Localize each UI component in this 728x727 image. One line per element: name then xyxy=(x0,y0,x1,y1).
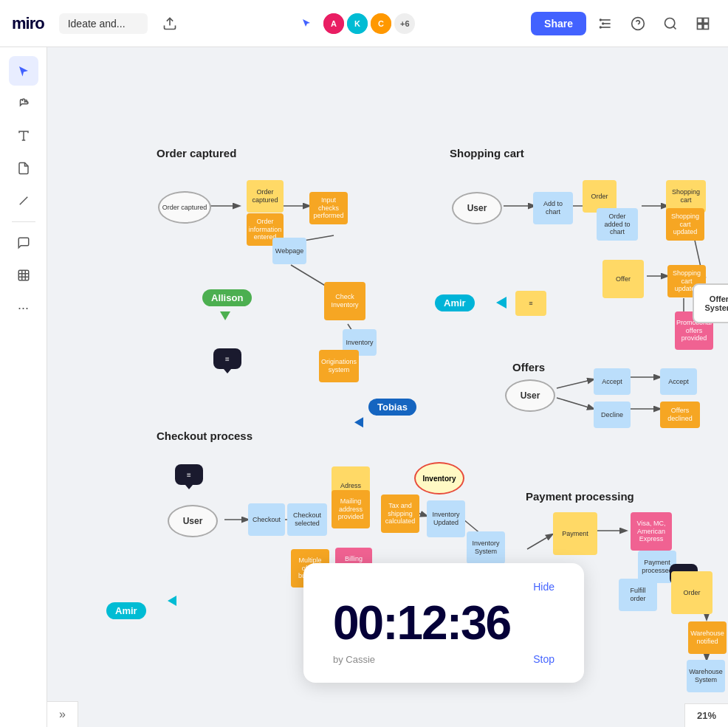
hand-tool[interactable] xyxy=(9,89,38,118)
svg-point-11 xyxy=(602,22,604,24)
node-sc-add-to-chart[interactable]: Add to chart xyxy=(533,192,573,224)
node-ch-tax[interactable]: Tax and shipping calculated xyxy=(381,495,419,533)
node-ch-inv-system-label: Inventory System xyxy=(470,540,502,556)
share-button[interactable]: Share xyxy=(531,12,586,35)
timer-stop-button[interactable]: Stop xyxy=(533,653,554,665)
cursor-tool[interactable] xyxy=(9,56,38,86)
comment-checkout[interactable]: ≡ xyxy=(175,464,203,485)
svg-point-15 xyxy=(665,18,674,27)
node-of-declined-label: Offers declined xyxy=(663,407,697,423)
node-ch-address-label: Adress xyxy=(340,482,361,490)
svg-line-50 xyxy=(527,534,552,549)
svg-line-41 xyxy=(557,379,594,388)
node-ch-checkout-selected[interactable]: Checkout selected xyxy=(287,503,327,536)
collaborators: A K C +6 xyxy=(297,12,416,35)
more-tool[interactable]: ··· xyxy=(9,293,38,323)
menu-button[interactable] xyxy=(690,10,716,37)
settings-button[interactable] xyxy=(592,10,619,37)
node-oc-webpage[interactable]: Webpage xyxy=(272,238,306,264)
chat-tool[interactable] xyxy=(9,228,38,258)
avatar-2[interactable]: K xyxy=(346,12,369,35)
search-button[interactable] xyxy=(657,10,684,37)
node-ch-inv-updated-label: Inventory Updated xyxy=(430,511,462,527)
node-of-accept-label: Accept xyxy=(602,378,622,386)
node-oc-check-inventory-label: Check Inventory xyxy=(327,293,363,309)
node-pp-order-label: Order xyxy=(683,589,700,597)
toolbar-divider xyxy=(12,221,35,222)
node-oc-inventory-label: Inventory xyxy=(346,339,373,347)
node-pp-warehouse-system[interactable]: Warehouse System xyxy=(687,660,725,692)
cursor-allison: Allison xyxy=(202,289,252,306)
node-oc-order-captured-label: Order captured xyxy=(250,188,281,204)
node-of-decline[interactable]: Decline xyxy=(594,402,631,428)
node-ch-user-label: User xyxy=(183,516,203,526)
node-ch-inventory-oval[interactable]: Inventory xyxy=(414,462,464,495)
node-ch-user[interactable]: User xyxy=(168,505,218,537)
text-tool[interactable] xyxy=(9,121,38,151)
node-pp-fulfill[interactable]: Fulfill order xyxy=(619,579,657,611)
avatar-more[interactable]: +6 xyxy=(393,12,416,35)
node-amir-sticky[interactable]: ≡ xyxy=(515,291,546,316)
node-sc-updated-label: Shopping cart updated xyxy=(669,213,701,236)
node-ch-tax-label: Tax and shipping calculated xyxy=(384,502,416,526)
node-sc-offer-system[interactable]: Offer System xyxy=(693,283,728,323)
avatar-1[interactable]: A xyxy=(322,12,346,35)
node-ch-checkout-selected-label: Checkout selected xyxy=(290,511,324,528)
node-oc-originations[interactable]: Originations system xyxy=(319,350,359,382)
amir-cursor-arrow xyxy=(496,297,506,309)
board-name[interactable]: Ideate and... xyxy=(59,13,148,34)
node-oc-input-checks[interactable]: Input checks performed xyxy=(309,192,348,224)
expand-button[interactable]: » xyxy=(47,701,78,727)
node-of-decline-label: Decline xyxy=(601,411,623,419)
node-sc-updated[interactable]: Shopping cart updated xyxy=(666,208,704,241)
tobias-cursor-arrow xyxy=(354,417,368,430)
node-pp-order[interactable]: Order xyxy=(671,571,712,614)
node-ch-inv-system[interactable]: Inventory System xyxy=(467,531,505,564)
line-tool[interactable] xyxy=(9,186,38,216)
zoom-indicator: 21% xyxy=(684,703,728,727)
node-sc-user[interactable]: User xyxy=(452,192,502,224)
node-pp-payment-label: Payment xyxy=(562,530,588,538)
avatar-3[interactable]: C xyxy=(369,12,393,35)
timer-header: Hide xyxy=(333,581,554,593)
node-ch-inv-updated[interactable]: Inventory Updated xyxy=(427,500,465,537)
note-tool[interactable] xyxy=(9,154,38,183)
comment-allison[interactable]: ≡ xyxy=(213,348,241,369)
node-pp-fulfill-label: Fulfill order xyxy=(622,587,654,603)
upload-button[interactable] xyxy=(157,10,183,37)
node-pp-payment[interactable]: Payment xyxy=(553,512,597,555)
timer-hide-button[interactable]: Hide xyxy=(533,581,554,593)
node-oc-order-captured[interactable]: Order captured xyxy=(247,180,284,213)
node-sc-offer[interactable]: Offer xyxy=(602,260,644,298)
node-pp-warehouse-notified[interactable]: Warehouse notified xyxy=(688,621,727,654)
svg-text:A: A xyxy=(331,19,337,28)
node-sc-offer-label: Offer xyxy=(616,275,631,283)
node-sc-offer-system-label: Offer System xyxy=(694,294,728,312)
header-right: Share xyxy=(531,10,716,37)
frame-tool[interactable] xyxy=(9,261,38,290)
cursor-tobias-label: Tobias xyxy=(377,402,408,413)
node-oc-check-inventory[interactable]: Check Inventory xyxy=(324,282,365,320)
main-canvas[interactable]: Order captured Order captured Order capt… xyxy=(47,47,728,727)
cursor-tobias: Tobias xyxy=(368,399,416,416)
node-of-user[interactable]: User xyxy=(505,379,555,412)
node-pp-visa[interactable]: Visa, MC, American Express xyxy=(631,512,672,551)
svg-rect-17 xyxy=(697,18,702,23)
cursor-allison-label: Allison xyxy=(211,292,243,303)
node-sc-order-added[interactable]: Order added to chart xyxy=(597,208,638,241)
comment-allison-icon: ≡ xyxy=(225,355,230,363)
svg-rect-20 xyxy=(704,24,709,29)
node-sc-order-added-label: Order added to chart xyxy=(600,213,635,236)
node-pp-visa-label: Visa, MC, American Express xyxy=(633,520,669,543)
timer-display: 00:12:36 xyxy=(333,596,554,650)
node-sc-add-to-chart-label: Add to chart xyxy=(536,200,570,216)
svg-text:K: K xyxy=(354,19,360,28)
node-of-accept[interactable]: Accept xyxy=(594,368,631,395)
node-ch-checkout[interactable]: Checkout xyxy=(248,503,285,536)
node-of-declined[interactable]: Offers declined xyxy=(660,402,700,428)
timer-box: Hide 00:12:36 by Cassie Stop xyxy=(303,563,584,683)
node-of-accept2[interactable]: Accept xyxy=(660,368,697,395)
help-button[interactable] xyxy=(625,10,651,37)
node-oc-oval[interactable]: Order captured xyxy=(158,191,211,224)
node-ch-mailing[interactable]: Mailing address provided xyxy=(332,490,370,528)
